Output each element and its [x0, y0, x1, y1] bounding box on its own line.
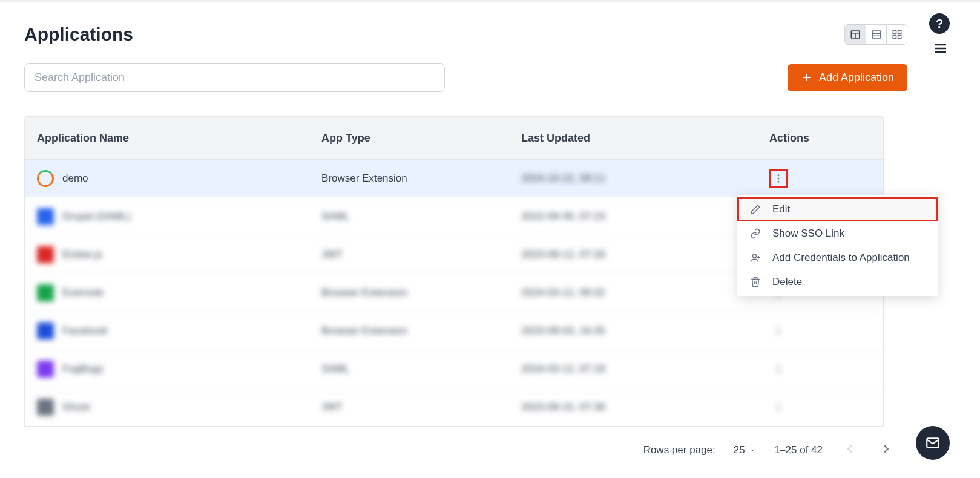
table-row[interactable]: FogBugzSAML2024-03-12, 07:18: [25, 350, 883, 388]
app-icon: [37, 170, 54, 187]
row-actions-button[interactable]: [769, 322, 788, 340]
app-name: Drupal (SAML): [62, 211, 130, 223]
app-name: Facebook: [62, 325, 108, 337]
rows-per-page-select[interactable]: 25: [734, 444, 756, 456]
app-type: Browser Extension: [321, 325, 521, 337]
mail-button[interactable]: [916, 426, 950, 460]
app-name: FogBugz: [62, 363, 104, 375]
app-icon: [37, 399, 54, 416]
svg-point-33: [753, 254, 757, 258]
search-input[interactable]: [24, 63, 445, 92]
dropdown-edit[interactable]: Edit: [737, 197, 938, 221]
menu-button[interactable]: [932, 41, 950, 58]
app-icon: [37, 208, 54, 225]
app-type: JWT: [321, 249, 521, 261]
add-application-button[interactable]: Add Application: [788, 64, 907, 91]
add-application-label: Add Application: [819, 71, 894, 84]
app-updated: 2024-03-12, 09:32: [521, 287, 769, 299]
app-updated: 2022-09-30, 07:23: [521, 211, 769, 223]
app-icon: [37, 284, 54, 301]
row-actions-button[interactable]: [769, 398, 788, 416]
svg-point-24: [778, 327, 780, 329]
column-header-updated: Last Updated: [521, 132, 769, 145]
chevron-left-icon: [843, 442, 857, 456]
row-actions-button[interactable]: [769, 169, 788, 188]
column-header-name: Application Name: [25, 132, 321, 145]
add-user-icon: [749, 252, 761, 263]
app-icon: [37, 322, 54, 339]
pagination: Rows per page: 25 1–25 of 42: [643, 440, 895, 460]
more-vertical-icon: [773, 326, 784, 336]
rows-per-page-value: 25: [734, 444, 745, 456]
svg-point-31: [778, 407, 780, 408]
view-columns-button[interactable]: [845, 25, 866, 44]
app-updated: 2023-08-12, 07:28: [521, 249, 769, 261]
app-name: Ghost: [62, 401, 90, 413]
svg-rect-6: [893, 30, 896, 33]
svg-point-27: [778, 365, 780, 367]
rows-per-page-label: Rows per page:: [643, 444, 715, 456]
hamburger-icon: [932, 41, 950, 56]
svg-point-13: [778, 178, 780, 180]
plus-icon: [801, 71, 813, 83]
dropdown-show-sso-label: Show SSO Link: [772, 228, 844, 240]
svg-rect-9: [898, 36, 901, 39]
column-header-type: App Type: [321, 132, 521, 145]
app-icon: [37, 246, 54, 263]
svg-point-14: [778, 181, 780, 183]
app-icon: [37, 361, 54, 378]
view-toggle-group: [844, 24, 907, 45]
app-type: SAML: [321, 363, 521, 375]
view-grid-icon: [892, 29, 903, 40]
svg-rect-8: [893, 36, 896, 39]
help-button[interactable]: ?: [929, 13, 950, 34]
table-header: Application Name App Type Last Updated A…: [25, 117, 883, 159]
dropdown-show-sso[interactable]: Show SSO Link: [737, 221, 938, 246]
more-vertical-icon: [773, 173, 784, 184]
view-list-icon: [871, 29, 882, 40]
app-updated: 2024-03-12, 07:18: [521, 363, 769, 375]
svg-rect-7: [898, 30, 901, 33]
view-grid-button[interactable]: [886, 25, 907, 44]
app-name: Evernote: [62, 287, 104, 299]
table-row[interactable]: FacebookBrowser Extension2023-08-03, 16:…: [25, 312, 883, 350]
svg-point-28: [778, 368, 780, 370]
pagination-range: 1–25 of 42: [774, 444, 823, 456]
mail-icon: [925, 435, 941, 451]
app-updated: 2024-10-22, 09:11: [521, 172, 769, 185]
dropdown-delete-label: Delete: [772, 276, 802, 288]
app-name: Ember.js: [62, 249, 102, 261]
svg-point-26: [778, 333, 780, 335]
chevron-right-icon: [880, 442, 893, 456]
row-actions-button[interactable]: [769, 360, 788, 378]
view-list-button[interactable]: [866, 25, 886, 44]
edit-icon: [749, 204, 761, 215]
more-vertical-icon: [773, 364, 784, 375]
svg-rect-3: [872, 31, 881, 38]
table-row[interactable]: GhostJWT2023-08-15, 07:38: [25, 388, 883, 426]
column-header-actions: Actions: [769, 132, 883, 145]
actions-dropdown: Edit Show SSO Link Add Credentials to Ap…: [737, 195, 938, 296]
app-updated: 2023-08-15, 07:38: [521, 401, 769, 413]
delete-icon: [749, 277, 761, 287]
svg-point-12: [778, 174, 780, 176]
prev-page-button[interactable]: [841, 440, 859, 460]
dropdown-edit-label: Edit: [772, 203, 790, 215]
dropdown-delete[interactable]: Delete: [737, 270, 938, 294]
more-vertical-icon: [773, 402, 784, 413]
app-type: JWT: [321, 401, 521, 413]
table-row[interactable]: demoBrowser Extension2024-10-22, 09:11: [25, 159, 883, 197]
link-icon: [749, 228, 761, 239]
app-type: Browser Extension: [321, 287, 521, 299]
app-type: SAML: [321, 211, 521, 223]
app-updated: 2023-08-03, 16:35: [521, 325, 769, 337]
dropdown-add-credentials[interactable]: Add Credentials to Application: [737, 246, 938, 270]
dropdown-caret-icon: [749, 447, 756, 454]
app-name: demo: [62, 172, 88, 185]
next-page-button[interactable]: [877, 440, 895, 460]
view-columns-icon: [850, 29, 861, 40]
svg-point-29: [778, 372, 780, 373]
app-type: Browser Extension: [321, 172, 521, 185]
svg-point-25: [778, 330, 780, 332]
svg-point-32: [778, 410, 780, 411]
